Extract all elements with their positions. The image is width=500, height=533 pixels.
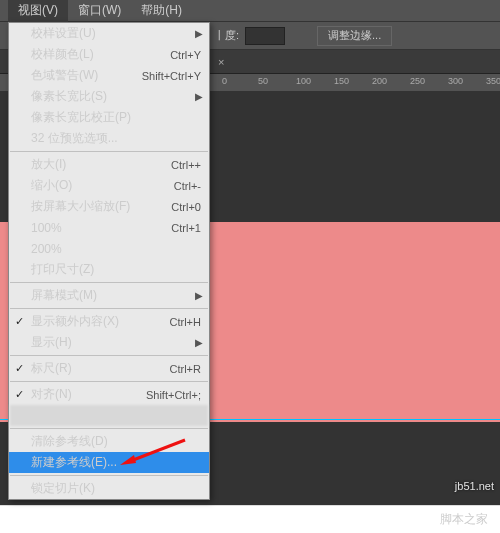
menu-window[interactable]: 窗口(W) xyxy=(68,0,131,22)
menu-item-label: 像素长宽比校正(P) xyxy=(31,109,131,126)
menu-item-label: 按屏幕大小缩放(F) xyxy=(31,198,130,215)
document-tab[interactable]: × xyxy=(208,52,234,72)
menu-item[interactable]: 像素长宽比(S)▶ xyxy=(9,86,209,107)
close-icon[interactable]: × xyxy=(218,56,224,68)
menu-item[interactable]: 校样颜色(L)Ctrl+Y xyxy=(9,44,209,65)
menu-item-label: 锁定切片(K) xyxy=(31,480,95,497)
menu-item-label: 清除参考线(D) xyxy=(31,433,108,450)
menu-item-label: 32 位预览选项... xyxy=(31,130,118,147)
menu-separator xyxy=(10,475,208,476)
menu-separator xyxy=(10,381,208,382)
menu-item-label: 校样颜色(L) xyxy=(31,46,94,63)
menu-item-obscured[interactable] xyxy=(10,405,208,426)
menu-item[interactable]: 放大(I)Ctrl++ xyxy=(9,154,209,175)
footer-text: 脚本之家 xyxy=(440,511,488,528)
menu-item-label: 校样设置(U) xyxy=(31,25,96,42)
menu-separator xyxy=(10,428,208,429)
menu-shortcut: Ctrl+- xyxy=(174,180,201,192)
menu-item: 像素长宽比校正(P) xyxy=(9,107,209,128)
ruler-tick: 250 xyxy=(410,76,425,86)
menu-item[interactable]: 200% xyxy=(9,238,209,259)
menu-item[interactable]: 色域警告(W)Shift+Ctrl+Y xyxy=(9,65,209,86)
menu-item-label: 屏幕模式(M) xyxy=(31,287,97,304)
menu-separator xyxy=(10,151,208,152)
ruler-tick: 0 xyxy=(222,76,227,86)
menubar: 视图(V) 窗口(W) 帮助(H) xyxy=(0,0,500,22)
menu-item[interactable]: 按屏幕大小缩放(F)Ctrl+0 xyxy=(9,196,209,217)
menu-item[interactable]: 新建参考线(E)... xyxy=(9,452,209,473)
menu-item: 32 位预览选项... xyxy=(9,128,209,149)
menu-item-label: 标尺(R) xyxy=(31,360,72,377)
menu-item[interactable]: 锁定切片(K) xyxy=(9,478,209,499)
menu-item-label: 100% xyxy=(31,221,62,235)
menu-shortcut: Shift+Ctrl+Y xyxy=(142,70,201,82)
check-icon: ✓ xyxy=(15,315,24,328)
menu-item-label: 新建参考线(E)... xyxy=(31,454,117,471)
ruler-tick: 200 xyxy=(372,76,387,86)
menu-shortcut: Shift+Ctrl+; xyxy=(146,389,201,401)
menu-view[interactable]: 视图(V) xyxy=(8,0,68,22)
menu-item-label: 像素长宽比(S) xyxy=(31,88,107,105)
refine-edge-button[interactable]: 调整边缘... xyxy=(317,26,392,46)
check-icon: ✓ xyxy=(15,362,24,375)
menu-item[interactable]: 显示(H)▶ xyxy=(9,332,209,353)
menu-shortcut: Ctrl+0 xyxy=(171,201,201,213)
menu-item[interactable]: 清除参考线(D) xyxy=(9,431,209,452)
menu-item[interactable]: 100%Ctrl+1 xyxy=(9,217,209,238)
menu-help[interactable]: 帮助(H) xyxy=(131,0,192,22)
menu-item[interactable]: ✓对齐(N)Shift+Ctrl+; xyxy=(9,384,209,405)
menu-item-label: 显示(H) xyxy=(31,334,72,351)
ruler-tick: 350 xyxy=(486,76,500,86)
menu-item-label: 显示额外内容(X) xyxy=(31,313,119,330)
ruler-tick: 150 xyxy=(334,76,349,86)
submenu-arrow-icon: ▶ xyxy=(195,28,203,39)
menu-shortcut: Ctrl+1 xyxy=(171,222,201,234)
submenu-arrow-icon: ▶ xyxy=(195,290,203,301)
menu-item-label: 对齐(N) xyxy=(31,386,72,403)
ruler-tick: 300 xyxy=(448,76,463,86)
menu-item[interactable]: 缩小(O)Ctrl+- xyxy=(9,175,209,196)
menu-item[interactable]: ✓显示额外内容(X)Ctrl+H xyxy=(9,311,209,332)
menu-item-label: 放大(I) xyxy=(31,156,66,173)
view-menu-dropdown: 校样设置(U)▶校样颜色(L)Ctrl+Y色域警告(W)Shift+Ctrl+Y… xyxy=(8,22,210,500)
submenu-arrow-icon: ▶ xyxy=(195,337,203,348)
page-footer: 脚本之家 xyxy=(0,505,500,533)
ruler-tick: 100 xyxy=(296,76,311,86)
menu-item-label: 打印尺寸(Z) xyxy=(31,261,94,278)
watermark: jb51.net xyxy=(455,480,494,492)
menu-shortcut: Ctrl+Y xyxy=(170,49,201,61)
opacity-label: 丨度: xyxy=(214,28,239,43)
menu-item[interactable]: 打印尺寸(Z) xyxy=(9,259,209,280)
menu-separator xyxy=(10,355,208,356)
menu-item[interactable]: 屏幕模式(M)▶ xyxy=(9,285,209,306)
menu-item-label: 色域警告(W) xyxy=(31,67,98,84)
menu-item-label: 200% xyxy=(31,242,62,256)
opacity-input[interactable] xyxy=(245,27,285,45)
menu-separator xyxy=(10,308,208,309)
menu-item-label: 缩小(O) xyxy=(31,177,72,194)
menu-shortcut: Ctrl++ xyxy=(171,159,201,171)
menu-item[interactable]: ✓标尺(R)Ctrl+R xyxy=(9,358,209,379)
ruler-tick: 50 xyxy=(258,76,268,86)
menu-shortcut: Ctrl+H xyxy=(170,316,201,328)
menu-shortcut: Ctrl+R xyxy=(170,363,201,375)
menu-separator xyxy=(10,282,208,283)
submenu-arrow-icon: ▶ xyxy=(195,91,203,102)
menu-item[interactable]: 校样设置(U)▶ xyxy=(9,23,209,44)
check-icon: ✓ xyxy=(15,388,24,401)
